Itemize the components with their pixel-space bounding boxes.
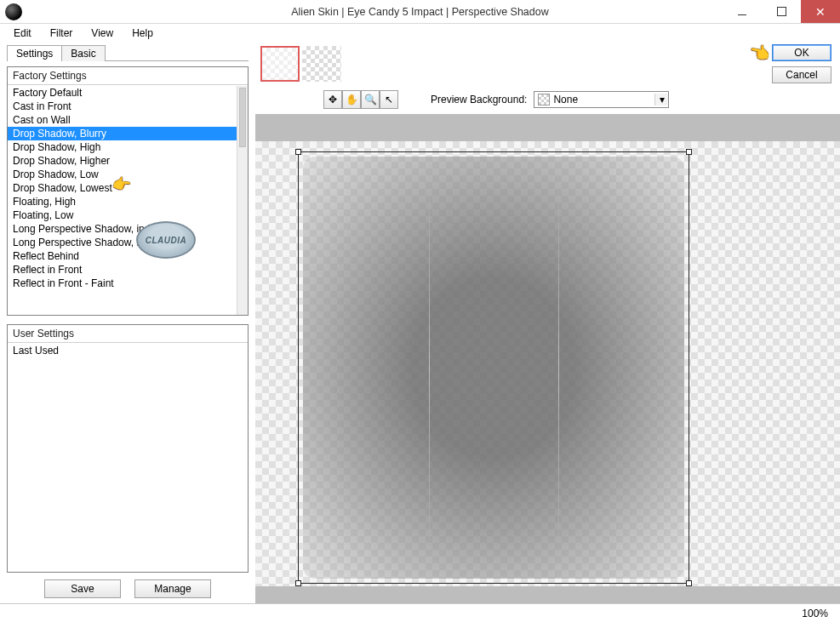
watermark-badge: CLAUDIA xyxy=(136,221,196,259)
preview-pane: ✥ ✋ 🔍 ↖ Preview Background: None ▾ OK Ca… xyxy=(255,43,840,603)
workspace: Settings Basic Factory Settings Factory … xyxy=(0,43,840,603)
hand-tool-icon[interactable]: ✋ xyxy=(342,90,361,109)
settings-pane: Settings Basic Factory Settings Factory … xyxy=(0,43,255,603)
chevron-down-icon: ▾ xyxy=(654,94,668,106)
tool-icon-group: ✥ ✋ 🔍 ↖ xyxy=(323,90,398,109)
ok-button[interactable]: OK xyxy=(772,44,831,61)
zoom-tool-icon[interactable]: 🔍 xyxy=(361,90,380,109)
menu-edit[interactable]: Edit xyxy=(5,26,40,41)
list-item[interactable]: Long Perspective Shadow, in Front xyxy=(8,236,237,249)
menu-bar: Edit Filter View Help xyxy=(0,24,840,43)
window-title: Alien Skin | Eye Candy 5 Impact | Perspe… xyxy=(0,6,840,18)
scroll-thumb[interactable] xyxy=(239,88,246,147)
tab-settings[interactable]: Settings xyxy=(7,45,62,61)
list-item[interactable]: Long Perspective Shadow, in Back xyxy=(8,222,237,236)
list-item[interactable]: Cast on Wall xyxy=(8,113,237,127)
cancel-button[interactable]: Cancel xyxy=(772,66,831,83)
preview-canvas[interactable] xyxy=(255,114,840,603)
status-bar: 100% xyxy=(0,603,840,622)
thumbnail-next[interactable] xyxy=(302,46,341,82)
save-button[interactable]: Save xyxy=(44,579,121,598)
thumbnail-selected[interactable] xyxy=(260,46,300,82)
list-item[interactable]: Factory Default xyxy=(8,86,237,100)
preview-bg-combo[interactable]: None ▾ xyxy=(534,91,669,108)
menu-filter[interactable]: Filter xyxy=(42,26,82,41)
preview-bg-value: None xyxy=(553,94,654,106)
list-item[interactable]: Cast in Front xyxy=(8,100,237,113)
pointing-hand-icon: 👉 xyxy=(747,41,772,65)
preview-top-band xyxy=(255,114,840,141)
list-item[interactable]: Reflect in Front - Faint xyxy=(8,277,237,290)
tab-basic[interactable]: Basic xyxy=(61,45,105,61)
menu-view[interactable]: View xyxy=(83,26,122,41)
zoom-level: 100% xyxy=(802,608,828,619)
title-bar: Alien Skin | Eye Candy 5 Impact | Perspe… xyxy=(0,0,840,24)
resize-handle-br[interactable] xyxy=(686,580,692,586)
tab-row: Settings Basic xyxy=(7,44,249,61)
user-settings-header: User Settings xyxy=(8,325,248,343)
preview-bg-swatch-icon xyxy=(538,94,550,106)
move-selection-icon[interactable]: ✥ xyxy=(323,90,342,109)
pointing-hand-icon: 👉 xyxy=(111,174,133,196)
user-settings-list[interactable]: User Settings Last Used xyxy=(7,324,249,573)
list-item[interactable]: Drop Shadow, High xyxy=(8,140,237,154)
manage-button[interactable]: Manage xyxy=(134,579,211,598)
list-item[interactable]: Reflect in Front xyxy=(8,263,237,277)
preview-bg-label: Preview Background: xyxy=(431,94,527,106)
resize-handle-bl[interactable] xyxy=(295,580,301,586)
list-item[interactable]: Floating, High xyxy=(8,195,237,208)
list-item[interactable]: Drop Shadow, Higher xyxy=(8,154,237,168)
menu-help[interactable]: Help xyxy=(123,26,162,41)
list-item[interactable]: Floating, Low xyxy=(8,208,237,222)
settings-button-row: Save Manage xyxy=(7,579,249,598)
factory-scrollbar[interactable] xyxy=(237,86,248,315)
resize-handle-tl[interactable] xyxy=(295,149,301,155)
resize-handle-tr[interactable] xyxy=(686,149,692,155)
dialog-action-buttons: OK Cancel xyxy=(772,44,831,83)
factory-settings-header: Factory Settings xyxy=(8,67,248,85)
list-item[interactable]: Reflect Behind xyxy=(8,249,237,263)
selection-frame[interactable] xyxy=(298,151,689,584)
pointer-tool-icon[interactable]: ↖ xyxy=(380,90,398,109)
list-item[interactable]: Last Used xyxy=(8,344,237,357)
toolbar: ✥ ✋ 🔍 ↖ Preview Background: None ▾ xyxy=(255,88,840,111)
list-item[interactable]: Drop Shadow, Blurry xyxy=(8,127,237,140)
